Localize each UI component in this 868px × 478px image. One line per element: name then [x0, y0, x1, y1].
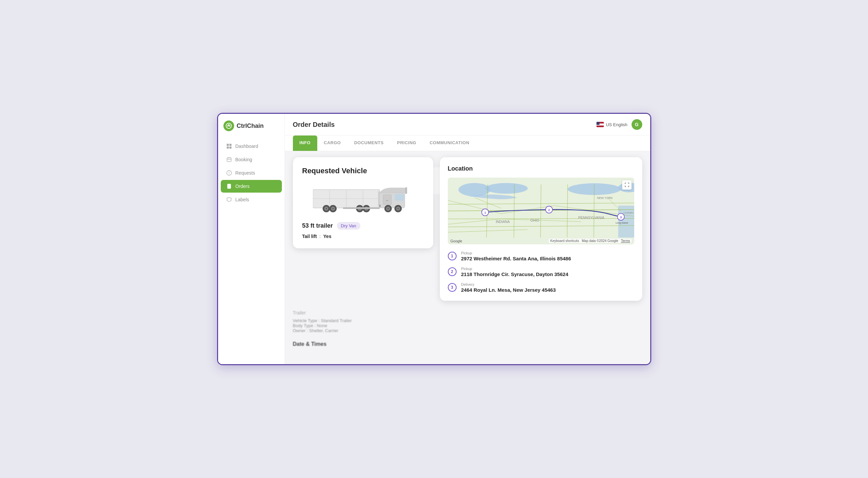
svg-text:3: 3: [620, 216, 622, 219]
svg-point-48: [458, 183, 490, 196]
stop-address-2: 2118 Thornridge Cir. Syracuse, Dayton 35…: [461, 272, 634, 277]
overlay-container: Requested Vehicle: [285, 151, 650, 364]
svg-point-49: [485, 183, 528, 194]
svg-rect-19: [395, 194, 404, 201]
app-name: CtrlChain: [237, 123, 264, 129]
sidebar-item-labels[interactable]: Labels: [221, 193, 282, 206]
svg-text:INDIANA: INDIANA: [496, 220, 509, 224]
svg-point-11: [229, 173, 229, 174]
svg-rect-46: [379, 204, 381, 207]
stop-info-3: Delivery 2464 Royal Ln. Mesa, New Jersey…: [461, 282, 634, 293]
svg-point-25: [397, 208, 399, 209]
svg-text:OHIO: OHIO: [530, 219, 539, 222]
sidebar: CtrlChain Dashboard: [218, 114, 285, 364]
svg-point-40: [332, 208, 334, 209]
svg-text:PENNSYLVANIA: PENNSYLVANIA: [578, 216, 604, 220]
svg-rect-21: [383, 195, 392, 204]
stop-type-3: Delivery: [461, 282, 634, 286]
tabs-bar: INFO CARGO DOCUMENTS PRICING COMMUNICATI…: [285, 135, 650, 151]
sidebar-label-booking: Booking: [236, 157, 252, 162]
stop-info-1: Pickup 2972 Westheimer Rd. Santa Ana, Il…: [461, 251, 634, 261]
tail-lift-value: Yes: [323, 234, 331, 239]
location-stop-2: 2 Pickup 2118 Thornridge Cir. Syracuse, …: [448, 267, 634, 277]
sidebar-item-requests[interactable]: Requests: [221, 166, 282, 179]
logo-icon: [223, 121, 234, 131]
sidebar-label-labels: Labels: [236, 197, 249, 202]
orders-icon: [226, 183, 232, 189]
logo-area: CtrlChain: [218, 121, 284, 139]
stop-type-1: Pickup: [461, 251, 634, 255]
map-container: INDIANA OHIO PENNSYLVANIA NEW YORK CONNE…: [448, 178, 634, 244]
header-right: US English G: [596, 119, 642, 130]
tab-pricing[interactable]: PRICING: [391, 135, 423, 151]
sidebar-item-orders[interactable]: Orders: [221, 180, 282, 193]
tail-lift-label: Tail lift: [302, 234, 317, 239]
stop-address-1: 2972 Westheimer Rd. Santa Ana, Illinois …: [461, 256, 634, 261]
language-selector[interactable]: US English: [596, 122, 627, 127]
dashboard-icon: [226, 143, 232, 149]
tab-communication[interactable]: COMMUNICATION: [423, 135, 476, 151]
sidebar-label-dashboard: Dashboard: [236, 144, 258, 149]
tail-lift-detail: Tail lift : Yes: [302, 234, 424, 239]
truck-illustration: [302, 182, 424, 215]
tab-documents[interactable]: DOCUMENTS: [347, 135, 390, 151]
browser-frame: CtrlChain Dashboard: [217, 113, 651, 365]
requests-icon: [226, 170, 232, 176]
tab-info[interactable]: INFO: [293, 135, 317, 151]
location-card-title: Location: [448, 165, 634, 172]
stop-address-3: 2464 Royal Ln. Mesa, New Jersey 45463: [461, 287, 634, 293]
svg-rect-1: [226, 144, 228, 146]
map-google-logo: Google: [451, 239, 462, 243]
map-terms-link[interactable]: Terms: [621, 239, 630, 243]
svg-rect-5: [227, 158, 231, 162]
svg-rect-45: [343, 207, 380, 209]
main-nav: Dashboard Booking: [218, 140, 284, 206]
vehicle-card: Requested Vehicle: [293, 157, 433, 248]
location-stop-1: 1 Pickup 2972 Westheimer Rd. Santa Ana, …: [448, 251, 634, 261]
svg-rect-4: [229, 147, 231, 149]
svg-rect-22: [386, 200, 389, 201]
svg-text:2: 2: [548, 208, 550, 212]
vehicle-card-title: Requested Vehicle: [302, 166, 424, 175]
svg-point-37: [326, 208, 327, 209]
booking-icon: [226, 157, 232, 163]
vehicle-name-row: 53 ft trailer Dry Van: [302, 222, 424, 230]
svg-point-28: [388, 208, 389, 209]
map-expand-button[interactable]: ⛶: [622, 180, 631, 190]
sidebar-item-booking[interactable]: Booking: [221, 153, 282, 166]
map-attribution: Keyboard shortcuts Map data ©2024 Google…: [549, 239, 631, 243]
svg-text:NEW YORK: NEW YORK: [597, 196, 613, 200]
labels-icon: [226, 197, 232, 202]
svg-rect-2: [229, 144, 231, 146]
sidebar-label-orders: Orders: [236, 184, 250, 189]
location-stop-3: 3 Delivery 2464 Royal Ln. Mesa, New Jers…: [448, 282, 634, 293]
sidebar-label-requests: Requests: [236, 170, 255, 176]
svg-text:1: 1: [484, 211, 486, 214]
vehicle-size: 53 ft trailer: [302, 222, 333, 229]
svg-rect-3: [226, 147, 228, 149]
location-stops: 1 Pickup 2972 Westheimer Rd. Santa Ana, …: [448, 251, 634, 293]
user-avatar[interactable]: G: [631, 119, 642, 130]
stop-info-2: Pickup 2118 Thornridge Cir. Syracuse, Da…: [461, 267, 634, 277]
flag-icon: [596, 122, 604, 127]
language-label: US English: [606, 122, 627, 127]
main-content: Order Details US English G INFO CARGO: [285, 114, 650, 364]
page-title: Order Details: [293, 121, 335, 129]
sidebar-item-dashboard[interactable]: Dashboard: [221, 140, 282, 153]
svg-text:Long Island: Long Island: [616, 222, 628, 224]
location-card: Location: [440, 157, 642, 301]
svg-rect-20: [405, 187, 407, 194]
stop-marker-1: 1: [448, 252, 457, 260]
svg-text:CONNECT: CONNECT: [623, 212, 634, 214]
page-header: Order Details US English G: [285, 114, 650, 135]
stop-marker-3: 3: [448, 283, 457, 292]
tab-cargo[interactable]: CARGO: [317, 135, 348, 151]
stop-marker-2: 2: [448, 267, 457, 276]
vehicle-type-badge: Dry Van: [337, 222, 360, 230]
stop-type-2: Pickup: [461, 267, 634, 271]
